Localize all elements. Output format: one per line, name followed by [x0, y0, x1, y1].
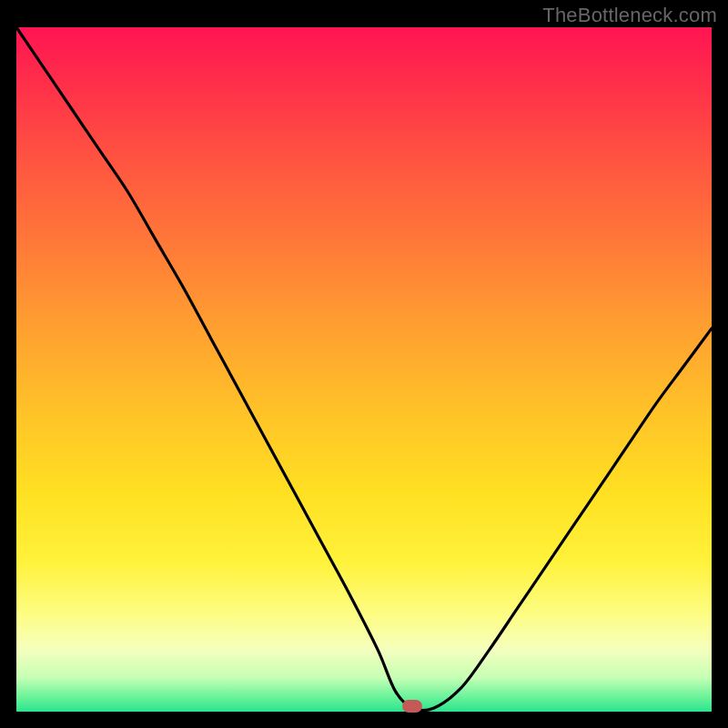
- watermark-text: TheBottleneck.com: [542, 4, 717, 27]
- curve-path: [16, 27, 712, 711]
- bottleneck-curve: [16, 27, 712, 712]
- optimal-point-marker: [402, 700, 422, 713]
- chart-frame: TheBottleneck.com: [0, 0, 728, 728]
